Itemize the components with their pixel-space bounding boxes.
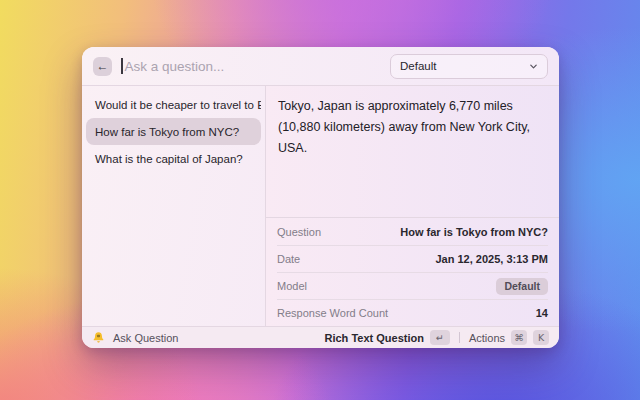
list-item-question-2-selected[interactable]: How far is Tokyo from NYC? (86, 118, 261, 145)
rich-text-question-action[interactable]: Rich Text Question (325, 332, 424, 344)
footer-separator (459, 332, 460, 343)
back-arrow-icon: ← (97, 60, 109, 72)
actions-menu-button[interactable]: Actions (469, 332, 505, 344)
detail-panel: Tokyo, Japan is approximately 6,770 mile… (266, 86, 559, 326)
list-item-question-1[interactable]: Would it be cheaper to travel to Euro... (86, 91, 261, 118)
answer-text: Tokyo, Japan is approximately 6,770 mile… (266, 86, 559, 217)
question-list: Would it be cheaper to travel to Euro...… (82, 86, 265, 326)
metadata-label: Response Word Count (277, 307, 388, 319)
metadata-value: Jan 12, 2025, 3:13 PM (435, 253, 548, 265)
model-badge: Default (496, 278, 548, 295)
desktop-background: { "topbar": { "back_icon": "←", "search"… (0, 0, 640, 400)
chevron-down-icon (529, 62, 538, 71)
metadata-row-model: Model Default (277, 272, 548, 299)
metadata-value: How far is Tokyo from NYC? (400, 226, 548, 238)
text-cursor (121, 58, 123, 74)
metadata-label: Date (277, 253, 300, 265)
app-window: ← Ask a question... Default Would it be … (82, 47, 559, 348)
question-input[interactable]: Ask a question... (125, 59, 225, 74)
return-key-icon: ↵ (430, 330, 450, 345)
metadata-row-question: Question How far is Tokyo from NYC? (277, 218, 548, 245)
command-key-icon: ⌘ (511, 330, 527, 345)
content-area: Would it be cheaper to travel to Euro...… (82, 86, 559, 326)
metadata-row-word-count: Response Word Count 14 (277, 299, 548, 326)
metadata-value: 14 (536, 307, 548, 319)
footer-app-label: Ask Question (113, 332, 178, 344)
footer-bar: Ask Question Rich Text Question ↵ Action… (82, 327, 559, 348)
metadata-section: Question How far is Tokyo from NYC? Date… (266, 218, 559, 326)
metadata-label: Model (277, 280, 307, 292)
list-item-question-3[interactable]: What is the capital of Japan? (86, 145, 261, 172)
back-button[interactable]: ← (93, 57, 112, 76)
k-key-icon: K (533, 330, 549, 345)
model-dropdown-value: Default (400, 60, 436, 72)
model-dropdown[interactable]: Default (390, 54, 548, 79)
top-bar: ← Ask a question... Default (82, 47, 559, 85)
ask-question-bell-icon (92, 331, 105, 344)
metadata-row-date: Date Jan 12, 2025, 3:13 PM (277, 245, 548, 272)
metadata-label: Question (277, 226, 321, 238)
